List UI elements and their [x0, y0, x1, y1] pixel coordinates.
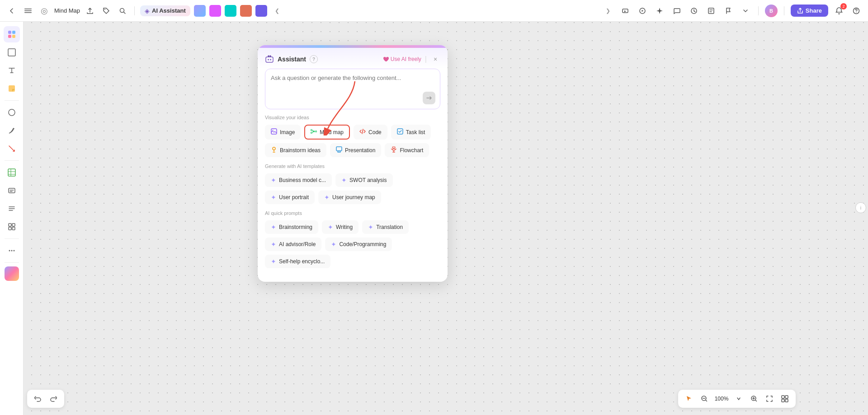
sidebar-item-more[interactable]	[4, 242, 20, 259]
spark-icon-6: ✦	[328, 224, 333, 231]
sidebar-item-table[interactable]	[4, 164, 20, 181]
visualize-item-brainstorm[interactable]: Brainstorm ideas	[265, 143, 326, 157]
expand-right-button[interactable]: ❯	[602, 5, 614, 17]
prompt-item-self-help[interactable]: ✦ Self-help encyclo...	[265, 255, 330, 268]
grid-view-button[interactable]	[778, 392, 791, 405]
plugin-icon-1[interactable]	[194, 5, 206, 17]
zoom-out-button[interactable]	[698, 392, 711, 405]
sidebar-item-text[interactable]	[4, 62, 20, 79]
prompt-item-ai-advisor[interactable]: ✦ AI advisor/Role	[265, 238, 321, 251]
sidebar-item-grid[interactable]	[4, 219, 20, 235]
sidebar-item-pen[interactable]	[4, 122, 20, 139]
bottom-toolbar: 100%	[678, 390, 796, 408]
ai-assistant-button[interactable]: ◈ AI Assistant	[140, 5, 190, 16]
timer-button[interactable]	[688, 5, 700, 17]
panel-gradient-header	[258, 45, 448, 48]
tag-button[interactable]	[100, 5, 113, 17]
sidebar-item-sticky[interactable]	[4, 80, 20, 97]
zoom-dropdown-button[interactable]	[732, 392, 745, 405]
svg-rect-19	[9, 188, 15, 193]
zoom-in-button[interactable]	[748, 392, 760, 405]
sidebar-item-list[interactable]	[4, 201, 20, 217]
svg-rect-12	[12, 31, 15, 34]
image-item-label: Image	[280, 129, 295, 135]
use-freely-button[interactable]: Use AI freely	[382, 56, 421, 62]
plugin-icon-4[interactable]	[240, 5, 252, 17]
app-title: Mind Map	[54, 7, 80, 14]
menu-button[interactable]	[22, 5, 34, 17]
spark-icon-8: ✦	[271, 241, 276, 248]
play-button[interactable]	[636, 5, 649, 17]
plugin-icon-5[interactable]	[255, 5, 267, 17]
visualize-item-code[interactable]: Code	[354, 125, 387, 140]
panel-info-icon[interactable]: ?	[310, 55, 318, 63]
use-freely-label: Use AI freely	[391, 56, 421, 62]
sidebar-item-home[interactable]	[4, 26, 20, 42]
share-button[interactable]: Share	[791, 5, 828, 17]
template-item-business[interactable]: ✦ Business model c...	[265, 173, 332, 187]
media-button[interactable]	[619, 5, 632, 17]
redo-button[interactable]	[47, 392, 60, 405]
user-avatar[interactable]: B	[765, 5, 778, 17]
board-button[interactable]	[705, 5, 717, 17]
notification-badge: 2	[840, 3, 847, 9]
flag-button[interactable]	[722, 5, 735, 17]
help-button[interactable]	[850, 5, 863, 17]
chat-button[interactable]	[670, 5, 683, 17]
svg-point-33	[313, 131, 315, 132]
visualize-item-mindmap[interactable]: Mind map	[304, 125, 350, 140]
template-item-user-journey[interactable]: ✦ User journey map	[318, 191, 381, 204]
brainstorm-item-label: Brainstorm ideas	[280, 147, 321, 154]
toolbar-left-group: ◎ Mind Map ◈ AI Assistant ❮	[5, 5, 283, 17]
panel-close-button[interactable]: ×	[430, 54, 440, 64]
image-icon	[271, 128, 277, 136]
ai-send-button[interactable]	[423, 92, 435, 104]
back-button[interactable]	[5, 5, 18, 17]
sidebar-item-brand[interactable]	[5, 266, 19, 281]
heart-icon	[382, 56, 389, 62]
chevron-down-button[interactable]	[739, 5, 752, 17]
svg-rect-45	[785, 396, 788, 398]
sidebar-item-shapes[interactable]	[4, 104, 20, 121]
arrow-pointer-button[interactable]	[683, 392, 695, 405]
prompt-item-writing[interactable]: ✦ Writing	[322, 220, 359, 234]
visualize-item-presentation[interactable]: Presentation	[330, 143, 381, 157]
sidebar-divider-4	[5, 262, 19, 263]
svg-point-30	[270, 59, 271, 61]
right-edge-info[interactable]: i	[855, 202, 866, 213]
visualize-item-flowchart[interactable]: Flowchart	[385, 143, 429, 157]
prompt-item-brainstorming[interactable]: ✦ Brainstorming	[265, 220, 318, 234]
panel-title-group: Assistant ?	[265, 55, 318, 64]
brainstorming-prompt-label: Brainstorming	[279, 224, 312, 230]
svg-point-34	[311, 130, 312, 131]
notification-button[interactable]: 2	[833, 5, 845, 17]
sidebar-item-frame[interactable]	[4, 44, 20, 61]
prompt-item-code-programming[interactable]: ✦ Code/Programming	[325, 238, 392, 251]
collapse-toolbar-button[interactable]: ❮	[271, 5, 283, 17]
plugin-icon-3[interactable]	[225, 5, 236, 17]
prompt-item-translation[interactable]: ✦ Translation	[362, 220, 409, 234]
undo-button[interactable]	[32, 392, 44, 405]
ai-tool-button[interactable]	[653, 5, 666, 17]
zoom-level-text[interactable]: 100%	[713, 392, 730, 405]
sidebar-item-connector[interactable]	[4, 140, 20, 157]
search-button[interactable]	[116, 5, 129, 17]
toolbar-divider-1	[134, 6, 135, 15]
svg-rect-20	[9, 224, 11, 226]
svg-rect-46	[782, 399, 784, 402]
template-item-user-portrait[interactable]: ✦ User portrait	[265, 191, 315, 204]
svg-rect-23	[12, 227, 15, 230]
visualize-item-image[interactable]: Image	[265, 125, 301, 140]
visualize-item-tasklist[interactable]: Task list	[391, 125, 431, 140]
svg-point-32	[273, 130, 274, 131]
panel-title-text: Assistant	[278, 56, 306, 63]
spark-icon-10: ✦	[271, 258, 276, 265]
divider-pipe: |	[425, 55, 427, 63]
fit-to-screen-button[interactable]	[763, 392, 776, 405]
svg-point-26	[13, 250, 14, 252]
plugin-icon-2[interactable]	[209, 5, 221, 17]
template-item-swot[interactable]: ✦ SWOT analysis	[335, 173, 392, 187]
export-button[interactable]	[84, 5, 96, 17]
sidebar-item-text2[interactable]	[4, 182, 20, 199]
ai-input-field[interactable]	[271, 75, 434, 102]
